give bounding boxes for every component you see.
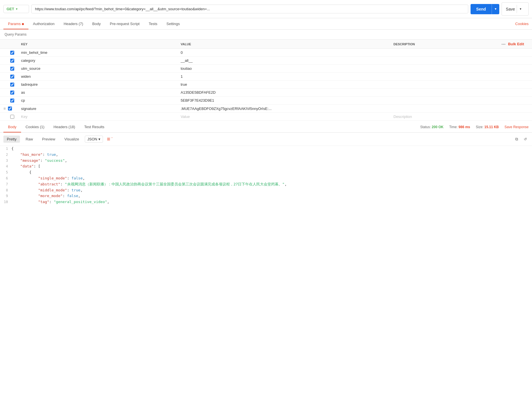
- row-checkbox[interactable]: [10, 99, 14, 103]
- table-row: tadrequiretrue: [0, 81, 532, 89]
- tab-tests-label: Tests: [149, 22, 157, 26]
- line-number: 10: [0, 199, 11, 205]
- tab-headers-badge: (7): [79, 22, 83, 26]
- format-select[interactable]: JSON ▾: [85, 136, 103, 143]
- size-value: 15.11 KB: [484, 125, 499, 129]
- drag-handle-icon[interactable]: ≡: [3, 106, 6, 111]
- row-key: cp: [18, 97, 177, 105]
- empty-row-key[interactable]: Key: [18, 113, 177, 121]
- code-line: 2 "has_more": true,: [0, 152, 532, 158]
- row-checkbox[interactable]: [10, 51, 14, 55]
- tab-response-body[interactable]: Body: [3, 121, 21, 132]
- send-arrow-icon[interactable]: ▾: [492, 5, 499, 13]
- view-preview-button[interactable]: Preview: [39, 136, 59, 143]
- line-content: "tag": "general_positive_video",: [11, 199, 532, 205]
- tab-authorization[interactable]: Authorization: [28, 18, 59, 29]
- row-key: as: [18, 89, 177, 97]
- tab-tests[interactable]: Tests: [144, 18, 162, 29]
- cookies-link[interactable]: Cookies: [515, 22, 529, 26]
- method-chevron-icon: ▾: [16, 7, 17, 11]
- params-dot: [22, 23, 24, 25]
- query-params-label: Query Params: [0, 30, 532, 39]
- table-row: min_behot_time0: [0, 49, 532, 57]
- tab-test-results[interactable]: Test Results: [80, 121, 109, 132]
- code-line: 8 "middle_mode": true,: [0, 187, 532, 193]
- table-row: ≡signature.MUE7AAgEBDFO9ZXg75gcvzERfAAKI…: [0, 105, 532, 113]
- wrap-button[interactable]: ≡→: [105, 135, 115, 143]
- line-number: 8: [0, 187, 11, 193]
- line-content: "has_more": true,: [11, 152, 532, 158]
- send-button[interactable]: Send ▾: [471, 4, 499, 14]
- params-table-wrapper: KEY VALUE DESCRIPTION ••• Bulk Edit min_…: [0, 39, 532, 121]
- view-pretty-button[interactable]: Pretty: [3, 136, 20, 143]
- line-content: "data": [: [11, 163, 532, 169]
- line-content: "message": "success",: [11, 158, 532, 164]
- th-value: VALUE: [177, 40, 390, 49]
- tab-prerequest[interactable]: Pre-request Script: [105, 18, 144, 29]
- more-options-icon[interactable]: •••: [502, 42, 506, 46]
- tab-authorization-label: Authorization: [33, 22, 55, 26]
- row-check-cell: [0, 81, 18, 89]
- params-table: KEY VALUE DESCRIPTION ••• Bulk Edit min_…: [0, 39, 532, 121]
- empty-row-description[interactable]: Description: [390, 113, 532, 121]
- row-checkbox[interactable]: [10, 59, 14, 63]
- empty-row-checkbox[interactable]: [10, 115, 14, 119]
- line-number: 6: [0, 175, 11, 181]
- view-visualize-button[interactable]: Visualize: [61, 136, 83, 143]
- table-row: utm_sourcetoutiao: [0, 65, 532, 73]
- copy-button[interactable]: ⧉: [514, 136, 520, 142]
- row-value: 1: [177, 73, 390, 81]
- row-check-cell: [0, 89, 18, 97]
- line-number: 3: [0, 158, 11, 163]
- row-value: true: [177, 81, 390, 89]
- row-description: [390, 89, 532, 97]
- tab-headers-label: Headers: [64, 22, 79, 26]
- response-tabs: Body Cookies (1) Headers (18) Test Resul…: [0, 121, 532, 133]
- tab-response-headers[interactable]: Headers (18): [49, 121, 80, 132]
- table-row: widen1: [0, 73, 532, 81]
- url-input[interactable]: [31, 5, 468, 13]
- row-value: __all__: [177, 57, 390, 65]
- row-checkbox[interactable]: [10, 75, 14, 79]
- save-button[interactable]: Save ▾: [502, 2, 529, 16]
- table-row: asA135DE5BDFAFE2D: [0, 89, 532, 97]
- tab-settings[interactable]: Settings: [162, 18, 184, 29]
- row-checkbox[interactable]: [10, 83, 14, 87]
- time-label: Time: 986 ms: [449, 125, 470, 129]
- view-raw-button[interactable]: Raw: [22, 136, 36, 143]
- row-key: tadrequire: [18, 81, 177, 89]
- row-description: [390, 105, 532, 113]
- row-check-cell: ≡: [0, 105, 18, 113]
- row-checkbox[interactable]: [10, 91, 14, 95]
- method-select[interactable]: GET ▾: [3, 5, 29, 13]
- row-value: .MUE7AAgEBDFO9ZXg75gcvzERfAAKIVi5nnyOrIs…: [177, 105, 390, 113]
- bulk-edit-button[interactable]: Bulk Edit: [508, 42, 526, 46]
- tab-response-headers-label: Headers: [53, 125, 69, 129]
- row-check-cell: [0, 57, 18, 65]
- tab-response-cookies[interactable]: Cookies (1): [21, 121, 49, 132]
- save-response-button[interactable]: Save Response: [504, 125, 529, 129]
- row-value: toutiao: [177, 65, 390, 73]
- table-row: cp5EBF3F7E423D9E1: [0, 97, 532, 105]
- row-description: [390, 81, 532, 89]
- format-label: JSON: [87, 137, 97, 141]
- tab-headers[interactable]: Headers (7): [59, 18, 88, 29]
- empty-row-value[interactable]: Value: [177, 113, 390, 121]
- code-line: 4 "data": [: [0, 163, 532, 169]
- code-line: 5 {: [0, 169, 532, 175]
- row-checkbox[interactable]: [8, 107, 12, 111]
- save-arrow-icon[interactable]: ▾: [517, 5, 524, 13]
- clear-button[interactable]: ↺: [522, 136, 529, 142]
- row-description: [390, 57, 532, 65]
- tab-params[interactable]: Params: [3, 18, 28, 29]
- tab-body[interactable]: Body: [88, 18, 105, 29]
- table-row: category__all__: [0, 57, 532, 65]
- row-description: [390, 97, 532, 105]
- code-area: 1{2 "has_more": true,3 "message": "succe…: [0, 146, 532, 237]
- size-label: Size: 15.11 KB: [476, 125, 499, 129]
- row-checkbox[interactable]: [10, 67, 14, 71]
- status-label: Status: 200 OK: [420, 125, 444, 129]
- tab-response-body-label: Body: [8, 125, 17, 129]
- row-check-cell: [0, 49, 18, 57]
- code-line: 10 "tag": "general_positive_video",: [0, 199, 532, 205]
